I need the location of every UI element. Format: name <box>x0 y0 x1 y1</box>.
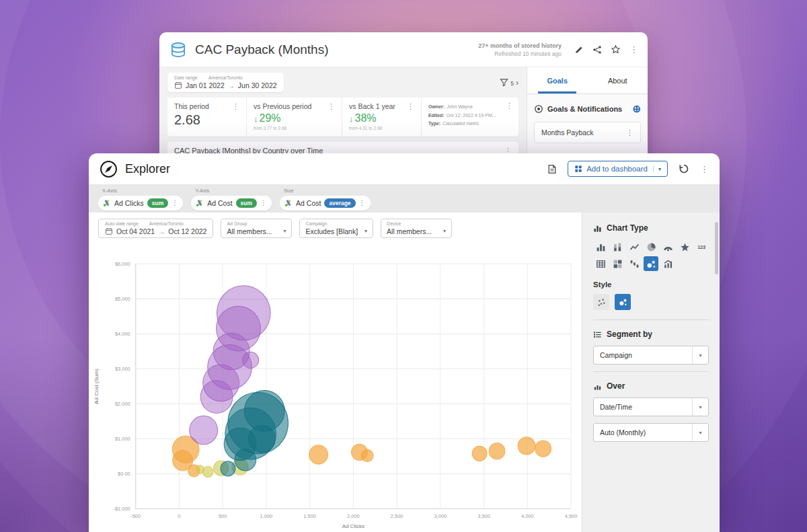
device-filter[interactable]: Device All members...▾ <box>381 219 452 238</box>
column-chart-icon[interactable] <box>593 239 608 254</box>
over-granularity-value: Auto (Monthly) <box>600 428 646 436</box>
add-to-dashboard-button[interactable]: Add to dashboard ▾ <box>568 161 668 177</box>
segment-icon <box>593 330 602 339</box>
google-ads-icon <box>284 199 293 207</box>
pill-menu-icon[interactable]: ⋮ <box>171 200 178 206</box>
bubble-teal[interactable] <box>249 425 276 452</box>
tab-about[interactable]: About <box>588 67 648 93</box>
details-menu-icon[interactable]: ⋮ <box>506 102 513 110</box>
pivot-table-icon[interactable] <box>610 256 625 271</box>
filter-value: All members... <box>387 227 432 235</box>
arrow-down-icon: ↓ <box>254 114 258 124</box>
y-tick-label: $3,000 <box>115 366 130 372</box>
gauge-chart-icon[interactable] <box>660 239 675 254</box>
date-start: Oct 04 2021 <box>116 227 155 235</box>
number-chart-icon[interactable]: 123 <box>694 239 709 254</box>
refreshed-note: Refreshed 10 minutes ago <box>478 50 562 57</box>
campaign-filter[interactable]: Campaign Excludes [Blank]▾ <box>299 219 373 238</box>
bubble-orange[interactable] <box>535 441 551 457</box>
add-goal-icon[interactable]: ⊕ <box>632 103 641 115</box>
bubble-orange[interactable] <box>309 445 328 464</box>
explorer-main: Auto date range America/Toronto Oct 04 2… <box>89 213 582 532</box>
bar-line-chart-icon[interactable] <box>660 256 675 271</box>
x-axis-label: X-Axis <box>102 188 183 194</box>
bubble-orange[interactable] <box>518 437 535 455</box>
stacked-column-chart-icon[interactable] <box>610 239 625 254</box>
pill-menu-icon[interactable]: ⋮ <box>359 200 366 206</box>
metric-menu-icon[interactable]: ⋮ <box>328 103 335 110</box>
window-more-menu-icon[interactable]: ⋮ <box>629 45 638 54</box>
x-tick-label: 1,000 <box>260 513 273 519</box>
metric-menu-icon[interactable]: ⋮ <box>232 103 239 110</box>
pill-y-axis-ad-cost[interactable]: Ad Cost sum ⋮ <box>191 196 272 211</box>
google-ads-icon <box>196 199 204 207</box>
bubble-teal[interactable] <box>221 461 235 476</box>
y-tick-label: $5,000 <box>115 296 130 302</box>
metric-note: from 4.31 to 2.68 <box>349 126 414 130</box>
metric-card-this-period: This period ⋮ 2.68 <box>167 98 247 137</box>
star-chart-icon[interactable] <box>677 239 692 254</box>
filter-value: All members... <box>227 227 272 235</box>
metric-menu-icon[interactable]: ⋮ <box>407 103 414 110</box>
auto-date-range-picker[interactable]: Auto date range America/Toronto Oct 04 2… <box>98 219 213 238</box>
bubble-chart-area: $6,000$5,000$4,000$3,000$2,000$1,000$0.0… <box>89 243 582 532</box>
pill-menu-icon[interactable]: ⋮ <box>260 200 267 206</box>
waterfall-chart-icon[interactable] <box>627 256 642 271</box>
date-end: Jun 30 2022 <box>238 81 277 89</box>
pie-chart-icon[interactable] <box>644 239 658 254</box>
bubble-teal[interactable] <box>235 449 256 471</box>
date-start: Jan 01 2022 <box>186 81 225 89</box>
bubble-orange[interactable] <box>489 443 505 459</box>
goal-item-label: Months Payback <box>541 128 594 137</box>
goal-item-menu-icon[interactable]: ⋮ <box>626 129 633 137</box>
scrollbar-thumb[interactable] <box>715 222 718 274</box>
desktop: CAC Payback (Months) 27+ months of store… <box>0 0 807 532</box>
bubble-purple[interactable] <box>190 416 218 444</box>
date-range-picker[interactable]: Date range America/Toronto Jan 01 2022 →… <box>167 73 284 92</box>
explorer-more-menu-icon[interactable]: ⋮ <box>700 165 709 174</box>
tab-goals[interactable]: Goals <box>527 67 588 93</box>
bubble-chart-icon[interactable] <box>644 256 658 271</box>
bubble-orange[interactable] <box>472 446 487 461</box>
pill-size-ad-cost[interactable]: Ad Cost average ⋮ <box>280 196 371 211</box>
explorer-window: Explorer Add to dashboard ▾ ⋮ <box>89 153 720 532</box>
favorite-star-icon[interactable] <box>611 44 621 54</box>
history-restore-icon[interactable] <box>679 163 689 174</box>
table-chart-icon[interactable] <box>593 256 608 271</box>
report-document-icon[interactable] <box>547 164 557 174</box>
bubble-yellow[interactable] <box>196 465 204 473</box>
goal-item[interactable]: Months Payback ⋮ <box>534 122 641 143</box>
pill-metric-name: Ad Clicks <box>114 199 144 207</box>
segment-by-select[interactable]: Campaign ▾ <box>593 346 709 365</box>
edited-value: Oct 12, 2022 4:19 PM... <box>447 113 496 118</box>
line-chart-icon[interactable] <box>627 239 642 254</box>
bubble-style-icon[interactable] <box>615 294 631 310</box>
filters-toggle[interactable]: 5 › <box>500 78 518 87</box>
pill-metric-name: Ad Cost <box>207 199 232 207</box>
over-title: Over <box>607 381 625 391</box>
edit-pencil-icon[interactable] <box>574 45 584 54</box>
chevron-down-icon: ▾ <box>283 229 286 234</box>
filter-row: Auto date range America/Toronto Oct 04 2… <box>89 213 582 243</box>
ad-group-filter[interactable]: Ad Group All members...▾ <box>221 219 292 238</box>
chevron-down-icon: ▾ <box>443 229 446 234</box>
explorer-compass-icon <box>100 160 118 178</box>
share-icon[interactable] <box>592 45 602 54</box>
bubble-orange[interactable] <box>361 449 373 461</box>
x-tick-label: 2,500 <box>391 513 404 519</box>
chart-type-grid: 123 <box>593 239 709 271</box>
x-tick-label: 4,500 <box>565 513 578 519</box>
scatter-style-icon[interactable] <box>593 294 609 310</box>
bubble-chart[interactable]: $6,000$5,000$4,000$3,000$2,000$1,000$0.0… <box>89 243 582 532</box>
axis-pill-bar: X-Axis Ad Clicks sum ⋮ Y-Axis Ad Cost <box>89 184 720 213</box>
timezone-label: America/Toronto <box>149 221 184 226</box>
goals-title: Goals & Notifications <box>547 105 622 113</box>
y-axis-title: Ad Cost (Sum) <box>93 369 100 404</box>
over-dimension-select[interactable]: Date/Time ▾ <box>593 397 709 416</box>
style-title: Style <box>593 280 709 289</box>
bubble-purple[interactable] <box>200 381 233 414</box>
pill-x-axis-ad-clicks[interactable]: Ad Clicks sum ⋮ <box>98 196 183 211</box>
divider <box>593 371 709 372</box>
over-granularity-select[interactable]: Auto (Monthly) ▾ <box>593 423 709 442</box>
bubble-purple[interactable] <box>243 352 259 368</box>
